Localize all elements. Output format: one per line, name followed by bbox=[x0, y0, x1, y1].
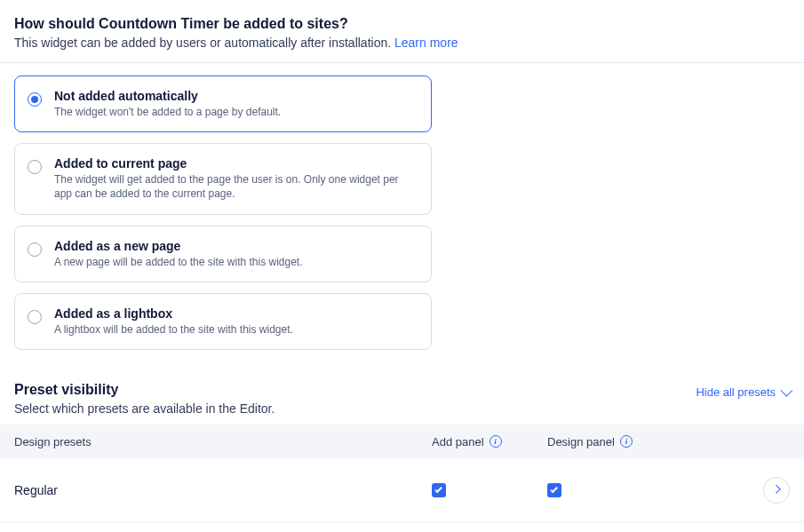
radio-icon bbox=[28, 160, 42, 174]
col-design-panel: Design panel i bbox=[547, 435, 681, 449]
hide-all-presets-label: Hide all presets bbox=[696, 385, 776, 399]
col-design-panel-label: Design panel bbox=[547, 435, 615, 449]
radio-title: Added to current page bbox=[54, 156, 415, 171]
learn-more-link[interactable]: Learn more bbox=[394, 36, 458, 50]
radio-desc: The widget will get added to the page th… bbox=[54, 172, 415, 201]
radio-desc: The widget won't be added to a page by d… bbox=[54, 105, 281, 119]
radio-option-not-auto[interactable]: Not added automaticallyThe widget won't … bbox=[14, 75, 432, 132]
preset-table-header: Design presets Add panel i Design panel … bbox=[0, 425, 804, 459]
preset-name: Regular bbox=[14, 483, 432, 497]
preset-desc: Select which presets are available in th… bbox=[14, 401, 275, 416]
radio-title: Added as a lightbox bbox=[54, 306, 293, 321]
col-add-panel-label: Add panel bbox=[432, 435, 484, 449]
radio-icon bbox=[28, 242, 42, 257]
table-row: Regular bbox=[0, 459, 804, 522]
installation-desc-text: This widget can be added by users or aut… bbox=[14, 36, 394, 50]
installation-title: How should Countdown Timer be added to s… bbox=[14, 16, 790, 32]
radio-icon bbox=[28, 310, 42, 324]
info-icon[interactable]: i bbox=[620, 435, 633, 448]
preset-header: Preset visibility Select which presets a… bbox=[0, 362, 804, 425]
chevron-down-icon bbox=[780, 385, 792, 397]
installation-desc: This widget can be added by users or aut… bbox=[14, 36, 790, 50]
radio-title: Not added automatically bbox=[54, 89, 281, 103]
radio-desc: A new page will be added to the site wit… bbox=[54, 255, 303, 269]
row-details-button[interactable] bbox=[763, 477, 790, 504]
add-panel-checkbox[interactable] bbox=[432, 483, 446, 497]
col-add-panel: Add panel i bbox=[432, 435, 547, 449]
radio-icon bbox=[28, 92, 42, 107]
preset-title: Preset visibility bbox=[14, 382, 275, 398]
radio-option-new-page[interactable]: Added as a new pageA new page will be ad… bbox=[14, 226, 432, 282]
radio-option-current-page[interactable]: Added to current pageThe widget will get… bbox=[14, 143, 432, 214]
installation-options: Not added automaticallyThe widget won't … bbox=[0, 63, 804, 355]
radio-option-lightbox[interactable]: Added as a lightboxA lightbox will be ad… bbox=[14, 293, 432, 350]
hide-all-presets-button[interactable]: Hide all presets bbox=[696, 385, 790, 399]
radio-desc: A lightbox will be added to the site wit… bbox=[54, 322, 293, 337]
installation-section: How should Countdown Timer be added to s… bbox=[0, 0, 804, 62]
info-icon[interactable]: i bbox=[490, 435, 502, 448]
chevron-right-icon bbox=[771, 485, 780, 494]
col-design-presets: Design presets bbox=[14, 435, 432, 449]
preset-table-body: RegularLarge Digits bbox=[0, 459, 804, 532]
design-panel-checkbox[interactable] bbox=[547, 483, 561, 497]
radio-title: Added as a new page bbox=[54, 239, 303, 253]
table-row: Large Digits bbox=[0, 522, 804, 532]
